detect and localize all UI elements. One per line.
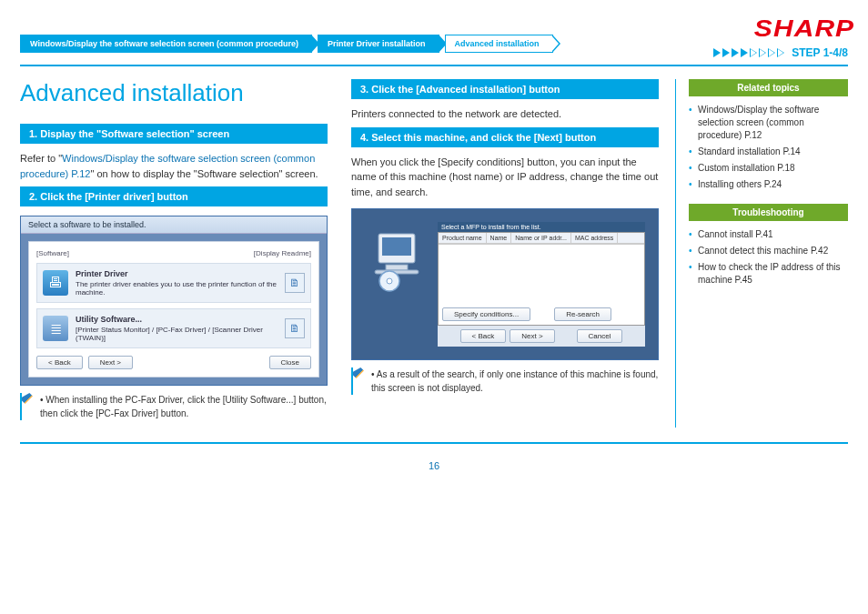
page: Windows/Display the software selection s… [0, 0, 868, 480]
step1-post: " on how to display the "Software select… [90, 168, 318, 179]
step3-bar: 3. Click the [Advanced installation] but… [351, 79, 659, 99]
breadcrumb-item-2[interactable]: Printer Driver installation [318, 35, 439, 53]
ss1-back-button[interactable]: < Back [36, 356, 83, 369]
ss2-next-button[interactable]: Next > [510, 329, 554, 343]
trouble-item[interactable]: Cannot detect this machine P.42 [689, 245, 848, 257]
ss2-col-ip: Name or IP addr... [511, 233, 571, 243]
utility-icon: ≣ [43, 316, 68, 341]
breadcrumb: Windows/Display the software selection s… [20, 35, 553, 53]
trouble-item[interactable]: How to check the IP address of this mach… [689, 261, 848, 287]
step4-bar: 4. Select this machine, and click the [N… [351, 127, 659, 147]
related-topics-list: Windows/Display the software selection s… [689, 104, 848, 191]
ss2-col-mac: MAC address [571, 233, 618, 243]
ss1-label-readme: [Display Readme] [254, 249, 311, 257]
ss2-col-product: Product name [439, 233, 487, 243]
ss2-body: Select a MFP to install from the list. P… [352, 209, 658, 359]
ss1-label-software: [Software] [36, 249, 69, 257]
ss2-conditions-button[interactable]: Specify conditions... [442, 307, 530, 321]
content-columns: Advanced installation 1. Display the "So… [20, 79, 659, 428]
ss1-item1-desc: The printer driver enables you to use th… [76, 280, 277, 297]
readme-icon-2[interactable]: 🗎 [285, 318, 305, 338]
ss1-close-button[interactable]: Close [269, 356, 311, 369]
ss2-footer-buttons: < Back Next > Cancel [438, 326, 645, 347]
header-row: Windows/Display the software selection s… [20, 15, 848, 59]
ss1-item1-text: Printer Driver The printer driver enable… [76, 269, 278, 297]
sharp-logo: SHARP [754, 15, 854, 43]
related-item[interactable]: Installing others P.24 [689, 178, 848, 191]
svg-rect-2 [386, 265, 408, 270]
page-number: 16 [20, 460, 848, 471]
left-column: Advanced installation 1. Display the "So… [20, 79, 328, 428]
svg-rect-1 [382, 237, 411, 256]
ss2-header: Select a MFP to install from the list. [438, 222, 645, 232]
progress-arrows [713, 48, 784, 57]
step1-bar: 1. Display the "Software selection" scre… [20, 124, 328, 144]
ss2-research-button[interactable]: Re-search [554, 307, 611, 321]
troubleshooting-list: Cannot install P.41 Cannot detect this m… [689, 228, 848, 287]
ss1-title: Select a software to be installed. [21, 216, 327, 234]
ss1-buttons: < Back Next > Close [36, 356, 311, 369]
note1-text: • When installing the PC-Fax Driver, cli… [40, 393, 328, 420]
related-item[interactable]: Custom installation P.18 [689, 162, 848, 175]
ss1-next-button[interactable]: Next > [88, 356, 133, 369]
step2-bar: 2. Click the [Printer driver] button [20, 186, 328, 206]
ss2-col-name: Name [487, 233, 512, 243]
related-topics-head: Related topics [689, 79, 848, 96]
ss2-columns: Product name Name Name or IP addr... MAC… [439, 233, 644, 244]
note-single-instance: • As a result of the search, if only one… [351, 367, 659, 395]
printer-icon: 🖶 [43, 270, 68, 296]
ss1-item2-desc: [Printer Status Monitor] / [PC-Fax Drive… [76, 326, 263, 342]
troubleshooting-head: Troubleshooting [689, 204, 848, 221]
note-pcfax: • When installing the PC-Fax Driver, cli… [20, 393, 328, 420]
ss2-back-button[interactable]: < Back [460, 329, 507, 343]
step1-pre: Refer to " [20, 153, 62, 164]
ss2-right: Select a MFP to install from the list. P… [438, 222, 645, 347]
note2-text: • As a result of the search, if only one… [371, 367, 659, 395]
ss1-header-row: [Software] [Display Readme] [36, 249, 311, 257]
ss1-item-utility[interactable]: ≣ Utility Software... [Printer Status Mo… [36, 308, 311, 348]
sidebar: Related topics Windows/Display the softw… [675, 79, 848, 428]
main-content: Advanced installation 1. Display the "So… [20, 79, 848, 428]
ss1-item2-title: Utility Software... [76, 315, 278, 324]
trouble-item[interactable]: Cannot install P.41 [689, 228, 848, 241]
step-label: STEP 1-4/8 [792, 46, 848, 59]
ss1-item2-text: Utility Software... [Printer Status Moni… [76, 315, 278, 342]
step3-desc: Printers connected to the network are de… [351, 106, 659, 122]
ss1-body: [Software] [Display Readme] 🖶 Printer Dr… [28, 241, 319, 377]
ss2-panel: Product name Name Name or IP addr... MAC… [438, 232, 645, 326]
screenshot-software-selection: Select a software to be installed. [Soft… [20, 216, 328, 386]
breadcrumb-item-1[interactable]: Windows/Display the software selection s… [20, 35, 312, 53]
computer-cd-icon [365, 222, 429, 298]
ss1-item1-title: Printer Driver [76, 269, 278, 278]
right-column: 3. Click the [Advanced installation] but… [351, 79, 659, 428]
header-right: SHARP STEP 1-4/8 [713, 15, 848, 59]
pencil-icon [20, 393, 33, 420]
svg-point-5 [387, 278, 392, 284]
ss2-search-buttons: Specify conditions... Re-search [439, 304, 644, 325]
step4-desc: When you click the [Specify conditions] … [351, 155, 659, 200]
top-divider [20, 65, 848, 66]
step1-text: Refer to "Windows/Display the software s… [20, 151, 328, 181]
related-item[interactable]: Standard installation P.14 [689, 146, 848, 158]
screenshot-network-detect: Select a MFP to install from the list. P… [351, 208, 659, 360]
ss2-cancel-button[interactable]: Cancel [577, 329, 623, 343]
readme-icon[interactable]: 🗎 [285, 273, 305, 293]
step-indicator: STEP 1-4/8 [713, 46, 848, 59]
related-item[interactable]: Windows/Display the software selection s… [689, 104, 848, 142]
breadcrumb-item-3[interactable]: Advanced installation [445, 35, 553, 53]
bottom-divider [20, 442, 848, 444]
pencil-icon-2 [351, 367, 364, 395]
ss1-item-printer-driver[interactable]: 🖶 Printer Driver The printer driver enab… [36, 263, 311, 303]
ss2-empty-list [439, 244, 644, 304]
page-title: Advanced installation [20, 79, 328, 107]
